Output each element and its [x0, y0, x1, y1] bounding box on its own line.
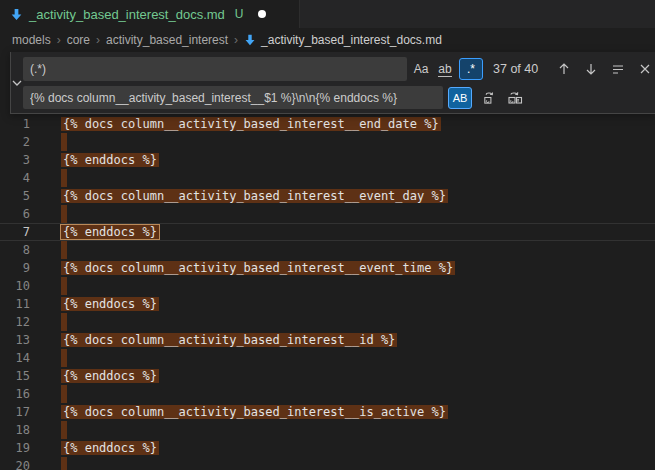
line-number[interactable]: 1 [0, 115, 30, 133]
code-line[interactable]: 2 [0, 133, 655, 151]
line-number[interactable]: 10 [0, 277, 30, 295]
close-icon [639, 63, 651, 75]
code-line[interactable]: 17 {% docs column__activity_based_intere… [0, 403, 655, 421]
breadcrumb-item-core[interactable]: core [67, 33, 90, 47]
find-match-highlight: {% docs column__activity_based_interest_… [61, 117, 441, 131]
line-content [63, 169, 67, 187]
find-match-highlight: {% enddocs %} [61, 441, 159, 455]
markdown-file-icon [244, 34, 257, 47]
close-find-widget-button[interactable] [636, 60, 654, 78]
find-in-selection-button[interactable] [609, 60, 627, 78]
empty-line-match-highlight [61, 277, 67, 295]
code-line[interactable]: 6 [0, 205, 655, 223]
editor-tab[interactable]: _activity_based_interest_docs.md U [0, 0, 300, 28]
markdown-file-icon [10, 8, 23, 21]
line-number[interactable]: 14 [0, 349, 30, 367]
next-match-button[interactable] [582, 60, 600, 78]
line-content: {% docs column__activity_based_interest_… [63, 259, 455, 277]
line-content [63, 241, 67, 259]
match-case-button[interactable]: Aa [411, 59, 431, 79]
line-content: {% enddocs %} [63, 367, 159, 385]
line-number[interactable]: 18 [0, 421, 30, 439]
breadcrumb-item-models[interactable]: models [12, 33, 51, 47]
replace-input[interactable] [23, 86, 443, 109]
line-number[interactable]: 15 [0, 367, 30, 385]
replace-all-icon [507, 90, 523, 106]
line-number[interactable]: 5 [0, 187, 30, 205]
preserve-case-button[interactable]: AB [448, 87, 472, 109]
line-content [63, 421, 67, 439]
line-number[interactable]: 4 [0, 169, 30, 187]
find-match-highlight: {% docs column__activity_based_interest_… [61, 261, 455, 275]
code-line[interactable]: 9 {% docs column__activity_based_interes… [0, 259, 655, 277]
breadcrumb-item-activity-based-interest[interactable]: activity_based_interest [106, 33, 228, 47]
code-line[interactable]: 12 [0, 313, 655, 331]
line-content [63, 277, 67, 295]
empty-line-match-highlight [61, 133, 67, 151]
code-line[interactable]: 5 {% docs column__activity_based_interes… [0, 187, 655, 205]
line-content: {% enddocs %} [63, 439, 159, 457]
code-line[interactable]: 19 {% enddocs %} [0, 439, 655, 457]
git-status-badge: U [235, 7, 244, 21]
line-number[interactable]: 3 [0, 151, 30, 169]
code-line[interactable]: 8 [0, 241, 655, 259]
empty-line-match-highlight [61, 457, 67, 470]
line-number[interactable]: 8 [0, 241, 30, 259]
line-number[interactable]: 2 [0, 133, 30, 151]
line-number[interactable]: 6 [0, 205, 30, 223]
regex-button[interactable]: .* [459, 58, 483, 80]
line-content [63, 205, 67, 223]
line-number[interactable]: 11 [0, 295, 30, 313]
line-number[interactable]: 20 [0, 457, 30, 470]
code-line[interactable]: 15 {% enddocs %} [0, 367, 655, 385]
breadcrumb-separator-icon: › [234, 33, 238, 47]
line-number[interactable]: 12 [0, 313, 30, 331]
find-input[interactable] [23, 57, 407, 81]
line-number[interactable]: 13 [0, 331, 30, 349]
code-line[interactable]: 3 {% enddocs %} [0, 151, 655, 169]
empty-line-match-highlight [61, 205, 67, 223]
previous-match-button[interactable] [555, 60, 573, 78]
line-number[interactable]: 9 [0, 259, 30, 277]
line-content [63, 385, 67, 403]
line-content: {% docs column__activity_based_interest_… [63, 403, 448, 421]
line-content: {% enddocs %} [63, 295, 159, 313]
find-match-highlight: {% docs column__activity_based_interest_… [61, 405, 448, 419]
code-line[interactable]: 13 {% docs column__activity_based_intere… [0, 331, 655, 349]
replace-all-button[interactable] [506, 89, 524, 107]
code-line[interactable]: 14 [0, 349, 655, 367]
line-number[interactable]: 19 [0, 439, 30, 457]
whole-word-button[interactable]: ab [435, 59, 455, 79]
code-line[interactable]: 20 [0, 457, 655, 470]
line-content: {% docs column__activity_based_interest_… [63, 187, 448, 205]
unsaved-dot-icon[interactable] [258, 10, 266, 18]
line-content: {% enddocs %} [63, 151, 159, 169]
results-count: 37 of 40 [493, 62, 555, 76]
code-line[interactable]: 16 [0, 385, 655, 403]
arrow-up-icon [557, 62, 571, 76]
code-line[interactable]: 1 {% docs column__activity_based_interes… [0, 115, 655, 133]
toggle-replace-button[interactable] [11, 52, 23, 113]
breadcrumb: models › core › activity_based_interest … [0, 28, 655, 52]
tab-bar: _activity_based_interest_docs.md U [0, 0, 655, 28]
replace-button[interactable] [480, 89, 498, 107]
line-number[interactable]: 7 [0, 223, 30, 241]
find-match-highlight: {% docs column__activity_based_interest_… [61, 333, 397, 347]
code-line[interactable]: 18 [0, 421, 655, 439]
empty-line-match-highlight [61, 385, 67, 403]
code-line[interactable]: 4 [0, 169, 655, 187]
code-area[interactable]: 1 {% docs column__activity_based_interes… [0, 52, 655, 470]
line-number[interactable]: 16 [0, 385, 30, 403]
empty-line-match-highlight [61, 349, 67, 367]
code-line[interactable]: 11 {% enddocs %} [0, 295, 655, 313]
breadcrumb-separator-icon: › [57, 33, 61, 47]
breadcrumb-item-file[interactable]: _activity_based_interest_docs.md [244, 33, 442, 47]
code-line[interactable]: 10 [0, 277, 655, 295]
current-find-match: {% enddocs %} [61, 225, 159, 239]
tab-filename: _activity_based_interest_docs.md [29, 7, 225, 22]
code-line[interactable]: 7 {% enddocs %} [0, 223, 655, 241]
line-content [63, 133, 67, 151]
line-number[interactable]: 17 [0, 403, 30, 421]
find-match-highlight: {% enddocs %} [61, 153, 159, 167]
editor-pane[interactable]: Aa ab .* 37 of 40 [0, 52, 655, 470]
